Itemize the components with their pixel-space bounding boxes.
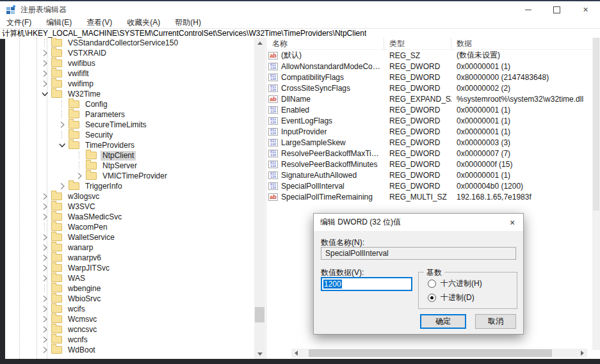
maximize-button[interactable] <box>542 1 571 18</box>
chevron-right-icon[interactable] <box>57 120 67 130</box>
chevron-right-icon[interactable] <box>40 212 50 222</box>
column-header-data[interactable]: 数据 <box>451 38 592 49</box>
registry-value-row[interactable]: 011110ResolvePeerBackoffMaxTimesREG_DWOR… <box>267 148 592 159</box>
close-button[interactable]: × <box>571 1 600 18</box>
registry-value-row[interactable]: 011110LargeSampleSkewREG_DWORD0x00000003… <box>267 137 592 148</box>
chevron-down-icon[interactable] <box>40 89 50 99</box>
registry-value-row[interactable]: ab(默认)REG_SZ(数值未设置) <box>267 50 592 61</box>
chevron-right-icon[interactable] <box>40 202 50 212</box>
tree-item-label: WAS <box>66 274 87 283</box>
registry-value-row[interactable]: 011110EnabledREG_DWORD0x00000001 (1) <box>267 104 592 115</box>
tree-item-WaaSMedicSvc[interactable]: WaaSMedicSvc <box>5 212 254 222</box>
list-scrollbar-thumb[interactable] <box>593 38 599 210</box>
tree-item-W3SVC[interactable]: W3SVC <box>5 202 254 212</box>
chevron-right-icon[interactable] <box>40 232 50 242</box>
menu-view[interactable]: 查看(V) <box>80 17 118 28</box>
tree-item-vwifibus[interactable]: vwifibus <box>5 58 254 68</box>
chevron-right-icon[interactable] <box>40 79 50 89</box>
dword-value-icon: 011110 <box>268 182 278 190</box>
tree-item-Parameters[interactable]: Parameters <box>5 109 254 120</box>
chevron-right-icon[interactable] <box>40 273 50 283</box>
registry-value-row[interactable]: 011110CompatibilityFlagsREG_DWORD0x80000… <box>267 72 592 83</box>
tree-scrollbar-thumb[interactable] <box>255 307 264 322</box>
chevron-right-icon[interactable] <box>40 58 50 68</box>
chevron-right-icon[interactable] <box>40 48 50 58</box>
tree-item-WbioSrvc[interactable]: WbioSrvc <box>5 294 254 304</box>
registry-value-row[interactable]: 011110AllowNonstandardModeComb...REG_DWO… <box>267 61 592 72</box>
scroll-up-arrow-icon[interactable] <box>254 38 265 48</box>
tree-item-WalletService[interactable]: WalletService <box>5 232 254 242</box>
column-header-name[interactable]: 名称 <box>267 38 384 49</box>
pane-splitter[interactable] <box>266 38 266 359</box>
horizontal-scrollbar-thumb[interactable] <box>309 349 552 357</box>
chevron-right-icon[interactable] <box>40 294 50 304</box>
registry-value-row[interactable]: abDllNameREG_EXPAND_SZ%systemroot%\syste… <box>267 93 592 104</box>
chevron-right-icon[interactable] <box>74 171 85 181</box>
chevron-right-icon[interactable] <box>40 68 50 79</box>
registry-value-row[interactable]: 011110CrossSiteSyncFlagsREG_DWORD0x00000… <box>267 83 592 93</box>
tree-item-Config[interactable]: Config <box>5 99 254 109</box>
tree-item-TriggerInfo[interactable]: TriggerInfo <box>5 181 254 191</box>
tree-item-NtpServer[interactable]: NtpServer <box>5 161 254 171</box>
tree-item-WdBoot[interactable]: WdBoot <box>5 345 254 355</box>
tree-item-WacomPen[interactable]: WacomPen <box>5 222 254 232</box>
tree-item-wcifs[interactable]: wcifs <box>5 304 254 314</box>
tree-item-vwifimp[interactable]: vwifimp <box>5 79 254 89</box>
tree-item-SecureTimeLimits[interactable]: SecureTimeLimits <box>5 120 254 130</box>
tree-item-VMICTimeProvider[interactable]: VMICTimeProvider <box>5 171 254 181</box>
dialog-close-button[interactable]: × <box>501 214 523 231</box>
tree-item-Security[interactable]: Security <box>5 130 254 140</box>
menu-help[interactable]: 帮助(H) <box>168 17 207 28</box>
registry-value-row[interactable]: 011110ResolvePeerBackoffMinutesREG_DWORD… <box>267 159 592 170</box>
tree-item-W32Time[interactable]: W32Time <box>5 89 254 99</box>
chevron-right-icon[interactable] <box>40 263 50 273</box>
tree-item-WarpJITSvc[interactable]: WarpJITSvc <box>5 263 254 273</box>
tree-item-WAS[interactable]: WAS <box>5 273 254 283</box>
chevron-right-icon[interactable] <box>40 242 50 253</box>
tree-item-w3logsvc[interactable]: w3logsvc <box>5 191 254 202</box>
ok-button[interactable]: 确定 <box>420 314 466 329</box>
chevron-right-icon[interactable] <box>40 345 50 355</box>
tree-item-wanarp[interactable]: wanarp <box>5 242 254 253</box>
tree-item-wcnfs[interactable]: wcnfs <box>5 335 254 345</box>
registry-value-row[interactable]: 011110InputProviderREG_DWORD0x00000001 (… <box>267 126 592 137</box>
chevron-right-icon[interactable] <box>40 335 50 345</box>
registry-value-row[interactable]: 011110SignatureAuthAllowedREG_DWORD0x000… <box>267 170 592 180</box>
chevron-right-icon[interactable] <box>40 304 50 314</box>
scroll-down-arrow-icon[interactable] <box>254 349 265 359</box>
tree-item-wbengine[interactable]: wbengine <box>5 283 254 294</box>
tree-item-label: wanarpv6 <box>66 253 103 263</box>
scroll-right-arrow-icon[interactable] <box>578 349 587 358</box>
chevron-right-icon[interactable] <box>57 181 67 191</box>
tree-item-vwififlt[interactable]: vwififlt <box>5 68 254 79</box>
registry-editor-window: 注册表编辑器 × 文件(F) 编辑(E) 查看(V) 收藏夹(A) 帮助(H) … <box>0 0 600 364</box>
value-data-input[interactable]: 1200 <box>321 277 412 291</box>
minimize-button[interactable] <box>514 1 542 18</box>
chevron-right-icon[interactable] <box>40 253 50 263</box>
menu-file[interactable]: 文件(F) <box>0 17 38 28</box>
tree-item-VSTXRAID[interactable]: VSTXRAID <box>5 48 254 58</box>
tree-item-NtpClient[interactable]: NtpClient <box>5 150 254 161</box>
radio-hexadecimal[interactable]: 十六进制(H) <box>428 278 482 289</box>
registry-value-row[interactable]: 011110EventLogFlagsREG_DWORD0x00000001 (… <box>267 115 592 126</box>
chevron-right-icon[interactable] <box>40 324 50 335</box>
cancel-button[interactable]: 取消 <box>475 314 516 329</box>
registry-value-row[interactable]: 011110SpecialPollIntervalREG_DWORD0x0000… <box>267 180 592 191</box>
list-vertical-scrollbar[interactable] <box>592 38 600 350</box>
tree-item-Wcmsvc[interactable]: Wcmsvc <box>5 314 254 324</box>
column-header-type[interactable]: 类型 <box>384 38 451 49</box>
tree-item-wcncsvc[interactable]: wcncsvc <box>5 324 254 335</box>
tree-vertical-scrollbar[interactable] <box>254 38 265 359</box>
chevron-right-icon[interactable] <box>40 314 50 324</box>
tree-item-wanarpv6[interactable]: wanarpv6 <box>5 253 254 263</box>
radio-decimal[interactable]: 十进制(D) <box>428 292 474 303</box>
menu-edit[interactable]: 编辑(E) <box>40 17 78 28</box>
chevron-right-icon[interactable] <box>40 191 50 202</box>
menu-favorites[interactable]: 收藏夹(A) <box>120 17 166 28</box>
tree-item-VSStandardCollectorService150[interactable]: VSStandardCollectorService150 <box>5 38 254 48</box>
registry-value-row[interactable]: abSpecialPollTimeRemainingREG_MULTI_SZ19… <box>267 191 592 202</box>
scroll-left-arrow-icon[interactable] <box>291 349 301 358</box>
tree-item-TimeProviders[interactable]: TimeProviders <box>5 140 254 150</box>
chevron-down-icon[interactable] <box>57 140 67 150</box>
list-horizontal-scrollbar[interactable] <box>291 349 587 358</box>
